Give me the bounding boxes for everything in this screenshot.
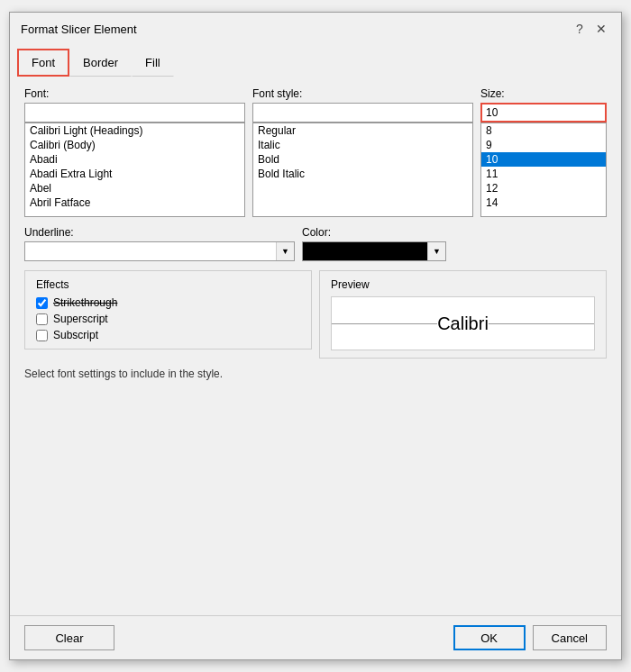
color-dropdown-arrow[interactable]: ▼ — [427, 242, 445, 260]
superscript-checkbox[interactable] — [36, 313, 48, 325]
font-item[interactable]: Abril Fatface — [25, 195, 244, 210]
font-listbox[interactable]: Calibri Light (Headings) Calibri (Body) … — [24, 123, 245, 217]
tabs-bar: Font Border Fill — [10, 49, 621, 77]
font-row: Font: Calibri Light (Headings) Calibri (… — [24, 87, 607, 217]
footer-left: Clear — [24, 625, 114, 650]
hint-text: Select font settings to include in the s… — [24, 368, 607, 380]
superscript-item: Superscript — [36, 313, 300, 325]
effects-section: Effects Strikethrough Superscript Subscr… — [24, 270, 312, 350]
effects-preview-row: Effects Strikethrough Superscript Subscr… — [24, 270, 607, 359]
font-label: Font: — [24, 87, 245, 100]
effects-title: Effects — [36, 278, 300, 291]
font-style-label: Font style: — [252, 87, 473, 100]
style-item[interactable]: Bold Italic — [253, 167, 472, 181]
tab-font[interactable]: Font — [17, 49, 69, 77]
dialog-footer: Clear OK Cancel — [10, 615, 621, 659]
size-listbox[interactable]: 8 9 10 11 12 14 — [480, 123, 607, 217]
font-style-group: Font style: Regular Italic Bold Bold Ita… — [252, 87, 473, 217]
preview-inner: Calibri — [332, 313, 594, 334]
tab-border[interactable]: Border — [69, 49, 132, 77]
style-item[interactable]: Regular — [253, 123, 472, 138]
strikethrough-item: Strikethrough — [36, 296, 300, 309]
help-button[interactable]: ? — [571, 20, 589, 38]
size-item[interactable]: 9 — [481, 138, 606, 152]
cancel-button[interactable]: Cancel — [533, 625, 607, 650]
superscript-label: Superscript — [53, 313, 108, 325]
font-input[interactable] — [24, 103, 245, 123]
format-slicer-dialog: Format Slicer Element ? ✕ Font Border Fi… — [9, 12, 622, 660]
color-group: Color: ▼ — [302, 226, 607, 261]
style-item[interactable]: Bold — [253, 152, 472, 167]
strikethrough-checkbox[interactable] — [36, 297, 48, 309]
size-item-selected[interactable]: 10 — [481, 152, 606, 167]
color-select-wrapper[interactable]: ▼ — [302, 241, 446, 261]
underline-dropdown-arrow[interactable]: ▼ — [276, 242, 294, 260]
preview-section: Preview Calibri — [319, 270, 607, 359]
size-group: Size: 8 9 10 11 12 14 — [480, 87, 607, 217]
size-item[interactable]: 12 — [481, 181, 606, 195]
preview-line-right — [489, 323, 594, 324]
strikethrough-label: Strikethrough — [53, 296, 117, 309]
font-item[interactable]: Calibri Light (Headings) — [25, 123, 244, 138]
size-input-wrapper — [480, 103, 607, 123]
style-item[interactable]: Italic — [253, 138, 472, 152]
font-style-listbox[interactable]: Regular Italic Bold Bold Italic — [252, 123, 473, 217]
font-item[interactable]: Abadi — [25, 152, 244, 167]
size-item[interactable]: 8 — [481, 123, 606, 138]
font-item[interactable]: Calibri (Body) — [25, 138, 244, 152]
font-item[interactable]: Abel — [25, 181, 244, 195]
close-button[interactable]: ✕ — [592, 20, 610, 38]
color-label: Color: — [302, 226, 607, 239]
footer-right: OK Cancel — [453, 625, 607, 650]
color-swatch — [303, 242, 427, 260]
font-item[interactable]: Abadi Extra Light — [25, 167, 244, 181]
tab-fill[interactable]: Fill — [132, 49, 174, 77]
ok-button[interactable]: OK — [453, 625, 526, 650]
underline-select[interactable]: Single Double — [25, 242, 276, 260]
preview-line-left — [332, 323, 437, 324]
underline-group: Underline: Single Double ▼ — [24, 226, 295, 261]
dialog-title: Format Slicer Element — [21, 23, 137, 36]
preview-title: Preview — [331, 278, 595, 291]
tab-content: Font: Calibri Light (Headings) Calibri (… — [10, 77, 621, 612]
subscript-item: Subscript — [36, 329, 300, 341]
subscript-label: Subscript — [53, 329, 98, 341]
size-item[interactable]: 11 — [481, 167, 606, 181]
clear-button[interactable]: Clear — [24, 625, 114, 650]
font-style-input[interactable] — [252, 103, 473, 123]
underline-color-row: Underline: Single Double ▼ Color: ▼ — [24, 226, 607, 261]
preview-box: Calibri — [331, 296, 595, 350]
underline-label: Underline: — [24, 226, 295, 239]
underline-select-wrapper[interactable]: Single Double ▼ — [24, 241, 295, 261]
preview-text: Calibri — [437, 313, 489, 334]
size-item[interactable]: 14 — [481, 195, 606, 210]
checkbox-group: Strikethrough Superscript Subscript — [36, 296, 300, 341]
size-label: Size: — [480, 87, 607, 100]
subscript-checkbox[interactable] — [36, 330, 48, 341]
size-input[interactable] — [480, 103, 607, 123]
title-bar: Format Slicer Element ? ✕ — [10, 13, 621, 45]
font-group: Font: Calibri Light (Headings) Calibri (… — [24, 87, 245, 217]
